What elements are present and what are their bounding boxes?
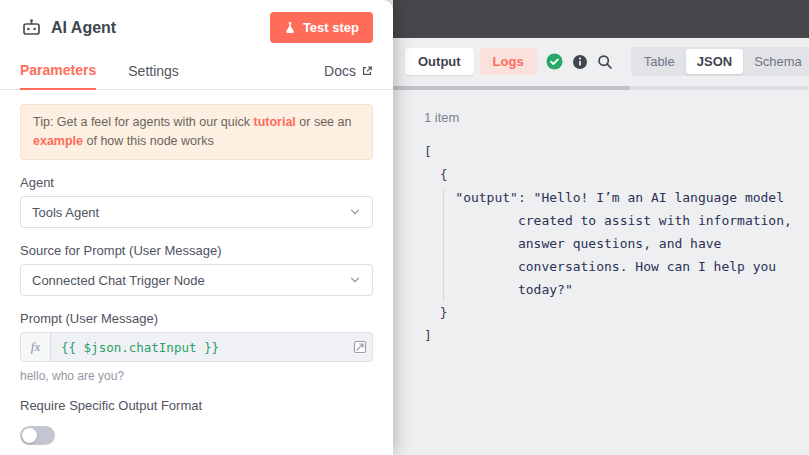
example-link[interactable]: example [33,134,83,148]
json-output-view: [ { "output": "Hello! I’m an AI language… [424,140,809,347]
test-step-label: Test step [303,20,359,35]
flask-icon [284,21,296,34]
fx-badge: fx [21,333,51,361]
source-prompt-select[interactable]: Connected Chat Trigger Node [20,264,373,296]
tip-text: of how this node works [83,134,214,148]
json-line: } [424,301,809,324]
json-line: created to assist with information, [424,209,809,232]
view-json[interactable]: JSON [686,49,743,74]
node-title: AI Agent [51,19,116,37]
view-schema[interactable]: Schema [743,49,809,74]
json-line: today?" [424,278,809,301]
tab-docs[interactable]: Docs [324,54,373,89]
items-count: 1 item [424,110,809,125]
json-line: conversations. How can I help you [424,255,809,278]
tutorial-link[interactable]: tutorial [253,115,295,129]
agent-value: Tools Agent [32,205,99,220]
indent-guide [443,188,444,301]
scrollbar-thumb[interactable] [393,86,630,90]
search-icon[interactable] [597,54,613,70]
source-prompt-label: Source for Prompt (User Message) [20,243,373,258]
tip-text: or see an [296,115,352,129]
prompt-label: Prompt (User Message) [20,311,373,326]
robot-icon [22,18,41,37]
parameters-form: Tip: Get a feel for agents with our quic… [0,90,393,445]
prompt-expression-input[interactable]: fx {{ $json.chatInput }} [20,332,373,362]
tab-settings[interactable]: Settings [128,54,179,89]
json-line: { [424,163,809,186]
ndv-modal: Output Logs Table JSON Schema [0,0,809,455]
json-line: answer questions, and have [424,232,809,255]
chevron-down-icon [349,274,361,286]
success-check-icon [546,53,563,70]
tab-bar: Parameters Settings Docs [0,48,393,90]
toggle-knob [22,428,37,443]
external-link-icon [361,65,373,77]
agent-select[interactable]: Tools Agent [20,196,373,228]
output-toolbar: Output Logs Table JSON Schema [393,38,809,83]
expand-expression-icon[interactable] [353,340,367,354]
docs-label: Docs [324,63,356,79]
view-switcher: Table JSON Schema [631,47,809,76]
chevron-down-icon [349,206,361,218]
json-line: ] [424,324,809,347]
horizontal-scrollbar[interactable] [393,86,809,90]
view-table[interactable]: Table [633,49,686,74]
tab-output[interactable]: Output [405,48,474,75]
expression-value[interactable]: {{ $json.chatInput }} [51,340,229,355]
tab-parameters[interactable]: Parameters [20,53,96,90]
tip-notice: Tip: Get a feel for agents with our quic… [20,104,373,160]
json-line: [ [424,140,809,163]
node-header: AI Agent Test step [0,0,393,48]
output-panel: Output Logs Table JSON Schema [393,38,809,455]
require-output-format-label: Require Specific Output Format [20,398,373,413]
canvas-backdrop: Output Logs Table JSON Schema [393,0,809,455]
test-step-button[interactable]: Test step [270,12,373,43]
json-line: "output": "Hello! I’m an AI language mod… [424,186,809,209]
prompt-preview-hint: hello, who are you? [20,369,373,383]
info-icon[interactable] [572,54,588,70]
tab-logs[interactable]: Logs [480,48,537,75]
agent-label: Agent [20,175,373,190]
require-output-format-toggle[interactable] [20,426,55,445]
tip-text: Tip: Get a feel for agents with our quic… [33,115,253,129]
node-settings-panel: AI Agent Test step Parameters Settings D… [0,0,393,455]
source-prompt-value: Connected Chat Trigger Node [32,273,205,288]
